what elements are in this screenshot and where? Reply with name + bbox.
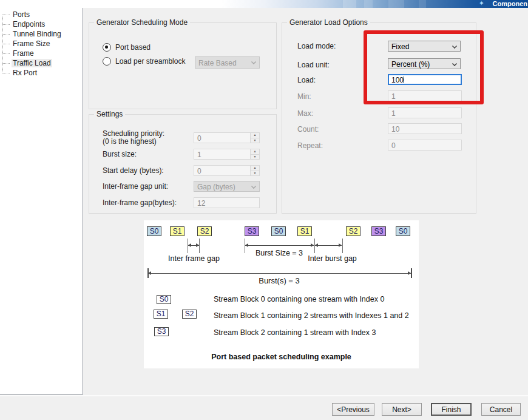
arrow-end-bar xyxy=(411,268,412,278)
stream-box: S0 xyxy=(396,226,410,236)
load-mode-label: Load mode: xyxy=(297,42,336,50)
combobox-value: Percent (%) xyxy=(391,60,430,69)
spinner-buttons: ▲ ▼ xyxy=(250,149,259,159)
burst-size-spinner: 1 ▲ ▼ xyxy=(194,149,260,160)
banner-decoration xyxy=(343,0,356,8)
banner-decoration xyxy=(364,0,373,8)
field-value: 100 xyxy=(391,76,404,84)
sidebar-item-label: Frame Size xyxy=(12,39,51,48)
spinner-down-icon: ▼ xyxy=(251,138,259,143)
radio-port-based[interactable]: Port based xyxy=(103,43,151,52)
count-field: 10 xyxy=(388,123,462,134)
rate-based-combobox: Rate Based xyxy=(195,56,260,69)
tree-stub xyxy=(3,44,10,44)
burst-size-label: Burst size: xyxy=(103,150,137,158)
inter-burst-gap-arrow xyxy=(315,245,342,246)
sidebar-item-endpoints[interactable]: Endpoints xyxy=(0,19,83,29)
spinner-down-icon: ▼ xyxy=(251,171,259,176)
group-title: Generator Scheduling Mode xyxy=(94,18,190,27)
burst-size-arrow xyxy=(245,245,314,246)
dialog-body: Generator Scheduling Mode Port based Loa… xyxy=(83,8,528,396)
group-generator-scheduling-mode: Generator Scheduling Mode Port based Loa… xyxy=(89,22,277,109)
stream-box: S0 xyxy=(147,226,161,236)
scheduling-priority-label: Scheduling priority: xyxy=(103,129,164,138)
sidebar-item-traffic-load[interactable]: Traffic Load xyxy=(0,58,83,68)
sidebar-item-label: Rx Port xyxy=(12,69,38,77)
group-title: Settings xyxy=(94,110,125,118)
legend-stream-box: S3 xyxy=(154,327,169,336)
legend-text: Stream Block 2 containing 1 stream with … xyxy=(214,328,376,337)
sidebar-item-rx-port[interactable]: Rx Port xyxy=(0,68,83,78)
load-mode-combobox[interactable]: Fixed xyxy=(388,41,461,52)
load-label: Load: xyxy=(297,76,316,84)
group-title: Generator Load Options xyxy=(287,18,370,27)
inter-frame-gap-text: Inter frame gap xyxy=(156,254,232,263)
radio-label: Load per streamblock xyxy=(115,57,185,66)
cancel-button[interactable]: Cancel xyxy=(481,403,521,416)
stream-box: S1 xyxy=(297,226,312,236)
banner-brand-text: Componen xyxy=(493,0,527,8)
spinner-buttons: ▲ ▼ xyxy=(250,166,259,175)
field-value: 1 xyxy=(391,109,396,118)
field-value: 0 xyxy=(391,141,396,150)
header-banner: ✦ Componen xyxy=(0,0,528,8)
spinner-up-icon: ▲ xyxy=(251,133,259,138)
stream-box: S3 xyxy=(245,226,259,236)
load-unit-label: Load unit: xyxy=(297,61,330,69)
chevron-down-icon xyxy=(452,61,456,66)
repeat-label: Repeat: xyxy=(297,141,323,150)
load-unit-combobox[interactable]: Percent (%) xyxy=(388,58,461,69)
max-label: Max: xyxy=(297,109,313,118)
spinner-down-icon: ▼ xyxy=(251,154,259,160)
legend-stream-box: S0 xyxy=(157,295,171,304)
radio-button-icon xyxy=(103,43,111,52)
button-bar: <Previous Next> Finish Cancel xyxy=(0,396,528,420)
text-caret xyxy=(404,76,404,83)
tree-stub xyxy=(3,34,10,35)
legend-stream-box: S2 xyxy=(182,310,197,319)
spinner-up-icon: ▲ xyxy=(251,149,259,154)
bursts-text: Burst(s) = 3 xyxy=(241,276,317,285)
tree-stub xyxy=(3,53,10,54)
radio-load-per-streamblock[interactable]: Load per streamblock xyxy=(103,57,185,66)
star-icon: ✦ xyxy=(479,0,484,7)
combobox-value: Fixed xyxy=(391,42,409,51)
combobox-value: Rate Based xyxy=(198,59,237,67)
legend-text: Stream Block 1 containing 2 streams with… xyxy=(214,311,409,320)
previous-button[interactable]: <Previous xyxy=(332,403,374,416)
finish-button[interactable]: Finish xyxy=(431,403,472,416)
field-value: 10 xyxy=(391,125,399,134)
min-field: 1 xyxy=(388,90,462,101)
sidebar-item-ports[interactable]: Ports xyxy=(0,10,83,19)
wizard-steps-sidebar: Ports Endpoints Tunnel Binding Frame Siz… xyxy=(0,8,83,395)
max-field: 1 xyxy=(388,107,462,118)
inter-burst-gap-text: Inter burst gap xyxy=(294,254,370,263)
load-input[interactable]: 100 xyxy=(388,74,462,85)
sidebar-item-tunnel-binding[interactable]: Tunnel Binding xyxy=(0,29,83,39)
field-value: 1 xyxy=(391,92,396,101)
next-button[interactable]: Next> xyxy=(382,403,422,416)
sidebar-item-frame[interactable]: Frame xyxy=(0,49,83,58)
spinner-value: 0 xyxy=(197,167,201,175)
spinner-up-icon: ▲ xyxy=(251,166,259,171)
radio-label: Port based xyxy=(115,43,151,52)
inter-frame-gap-field: 12 xyxy=(194,197,260,208)
chevron-down-icon xyxy=(251,59,256,64)
scheduling-priority-spinner: 0 ▲ ▼ xyxy=(194,132,260,143)
chevron-down-icon xyxy=(452,44,456,48)
repeat-field: 0 xyxy=(388,140,462,151)
tick-mark xyxy=(342,239,343,253)
tree-stub xyxy=(3,15,10,15)
tree-stub xyxy=(3,73,10,73)
group-settings: Settings Scheduling priority: (0 is the … xyxy=(89,114,277,214)
inter-frame-gap-unit-label: Inter-frame gap unit: xyxy=(103,182,168,191)
inter-frame-gap-unit-combobox: Gap (bytes) xyxy=(194,181,260,192)
sidebar-item-label: Traffic Load xyxy=(12,59,52,67)
inter-frame-gap-label: Inter-frame gap(bytes): xyxy=(103,198,177,207)
sidebar-item-frame-size[interactable]: Frame Size xyxy=(0,39,83,49)
scheduling-priority-note: (0 is the highest) xyxy=(103,137,157,146)
spinner-value: 1 xyxy=(197,151,201,159)
sidebar-item-label: Endpoints xyxy=(12,20,46,29)
sidebar-item-label: Tunnel Binding xyxy=(12,30,63,38)
spinner-buttons: ▲ ▼ xyxy=(250,133,259,143)
